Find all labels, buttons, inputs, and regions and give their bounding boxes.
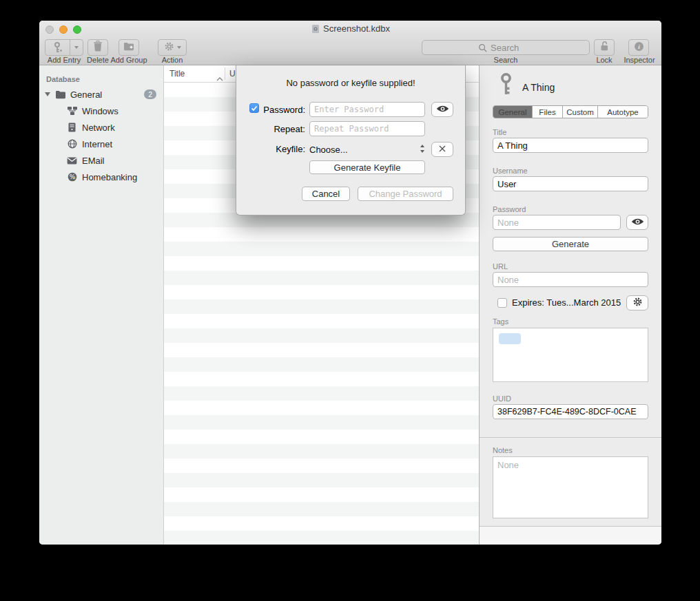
inspector-tabs: General Files Custom Autotype [493, 105, 648, 118]
clear-keyfile-button[interactable] [431, 142, 453, 157]
folder-icon [54, 90, 66, 99]
sidebar-item-network[interactable]: Network [39, 119, 163, 136]
tags-box[interactable] [493, 328, 648, 382]
section-divider [480, 437, 661, 438]
column-divider[interactable] [225, 67, 225, 80]
gear-icon [632, 297, 643, 309]
inspector-button[interactable]: i [628, 39, 649, 56]
keyfile-label: Keyfile: [257, 144, 305, 154]
sidebar-item-label: EMail [82, 156, 105, 166]
reveal-sheet-password-button[interactable] [431, 102, 453, 117]
tab-files[interactable]: Files [533, 106, 563, 118]
change-password-sheet: No password or keyfile supplied! Passwor… [236, 65, 466, 215]
eye-icon [631, 218, 644, 228]
lock-label: Lock [589, 56, 619, 64]
uuid-field-label: UUID [493, 394, 511, 403]
network-computers-icon [66, 106, 78, 116]
add-entry-label: Add Entry [42, 56, 86, 64]
svg-text:%: % [69, 173, 75, 180]
add-group-button[interactable] [119, 39, 139, 56]
sidebar-item-homebanking[interactable]: % Homebanking [39, 169, 163, 185]
lock-button[interactable] [594, 39, 615, 56]
add-group-label: Add Group [108, 56, 150, 64]
repeat-label: Repeat: [257, 124, 305, 134]
search-label: Search [422, 56, 590, 64]
expires-label: Expires: Tues...March 2015 [512, 297, 621, 308]
tags-field-label: Tags [493, 317, 508, 326]
inspector-panel: A Thing General Files Custom Autotype Ti… [479, 65, 661, 545]
add-entry-button[interactable] [45, 39, 83, 56]
column-header-title[interactable]: Title [169, 69, 185, 78]
envelope-icon [66, 157, 78, 165]
chevron-down-icon [177, 46, 181, 49]
password-label: Password: [257, 105, 305, 115]
eye-icon [436, 105, 449, 115]
sort-ascending-icon [216, 72, 223, 84]
chevron-down-icon[interactable] [70, 46, 83, 49]
url-input[interactable] [493, 272, 648, 287]
close-x-icon [438, 145, 446, 155]
key-icon [498, 73, 514, 99]
search-field[interactable] [422, 40, 590, 55]
notes-field-label: Notes [493, 446, 513, 454]
title-input[interactable] [493, 138, 648, 153]
sidebar-item-internet[interactable]: Internet [39, 136, 163, 152]
inspector-footer [480, 526, 661, 545]
sidebar-item-label: Windows [82, 106, 119, 116]
sheet-message: No password or keyfile supplied! [236, 78, 465, 88]
tag-pill[interactable] [499, 333, 521, 344]
expires-checkbox[interactable] [497, 298, 507, 308]
sidebar-section-header: Database [46, 75, 163, 83]
keyfile-popup[interactable]: Choose... [309, 142, 425, 157]
search-icon [478, 43, 487, 52]
sidebar-item-label: Network [82, 123, 115, 133]
tab-custom[interactable]: Custom [563, 106, 598, 118]
delete-button[interactable] [88, 39, 108, 56]
gear-icon [164, 41, 174, 54]
change-password-button[interactable]: Change Password [358, 187, 453, 201]
sidebar-item-label: General [70, 89, 102, 100]
generate-password-button[interactable]: Generate [493, 237, 648, 251]
sidebar-item-email[interactable]: EMail [39, 152, 163, 169]
count-badge: 2 [144, 89, 156, 99]
percent-icon: % [66, 172, 78, 182]
sidebar-item-windows[interactable]: Windows [39, 103, 163, 119]
username-input[interactable] [493, 176, 648, 191]
password-field-label: Password [493, 205, 526, 213]
globe-icon [66, 139, 78, 149]
notes-textarea[interactable] [493, 456, 648, 518]
window-title-bar: Screenshot.kdbx [39, 23, 661, 36]
folder-plus-icon [123, 41, 134, 54]
sidebar-item-label: Internet [82, 139, 112, 149]
sidebar-item-general[interactable]: General 2 [39, 86, 163, 103]
sidebar: Database General 2 Windows Network [39, 65, 164, 545]
expires-settings-button[interactable] [626, 295, 648, 310]
document-icon [311, 24, 320, 36]
server-icon [66, 123, 78, 132]
app-window: Screenshot.kdbx Add Entry Delete Add Gro… [39, 21, 661, 545]
window-chrome: Screenshot.kdbx Add Entry Delete Add Gro… [39, 21, 661, 65]
window-title: Screenshot.kdbx [323, 23, 390, 34]
search-input[interactable] [489, 42, 533, 54]
title-field-label: Title [493, 128, 506, 136]
repeat-password-input[interactable] [309, 121, 425, 136]
action-button[interactable] [158, 39, 187, 56]
url-field-label: URL [493, 262, 508, 271]
sidebar-item-label: Homebanking [82, 172, 137, 182]
reveal-password-button[interactable] [626, 215, 648, 230]
entry-title: A Thing [522, 82, 555, 93]
tab-autotype[interactable]: Autotype [598, 106, 648, 118]
expires-row: Expires: Tues...March 2015 [493, 297, 621, 308]
enter-password-input[interactable] [309, 102, 425, 117]
disclosure-triangle-icon[interactable] [45, 92, 50, 96]
uuid-input[interactable] [493, 404, 648, 419]
generate-keyfile-button[interactable]: Generate Keyfile [309, 160, 425, 174]
keyfile-popup-value: Choose... [309, 145, 348, 155]
trash-icon [93, 41, 103, 54]
column-header-username[interactable]: U [229, 69, 236, 78]
padlock-open-icon [599, 41, 610, 54]
tab-general[interactable]: General [493, 106, 533, 118]
cancel-button[interactable]: Cancel [302, 187, 350, 201]
key-plus-icon [45, 42, 70, 54]
password-input[interactable] [493, 215, 621, 230]
